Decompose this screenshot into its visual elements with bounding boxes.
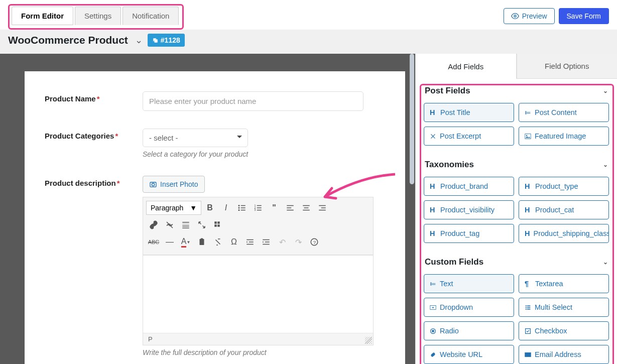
field-website-url[interactable]: Website URL [424,345,514,364]
tab-form-editor[interactable]: Form Editor [12,7,73,25]
align-center-button[interactable] [299,200,314,215]
product-name-label: Product Name* [45,91,143,111]
custom-fields-section[interactable]: Custom Fields⌄ [416,250,617,272]
svg-rect-48 [527,305,531,306]
svg-rect-39 [263,239,270,240]
svg-text:?: ? [313,239,316,245]
product-categories-select[interactable]: - select - [143,129,248,147]
svg-rect-31 [217,221,220,224]
clear-formatting-button[interactable] [210,234,225,250]
help-button[interactable]: ? [307,234,322,250]
product-name-input[interactable] [143,91,363,111]
toolbar-toggle-button[interactable] [210,217,225,232]
undo-button[interactable]: ↶ [275,234,290,250]
numbered-list-button[interactable]: 123 [251,200,266,215]
field-product-tag[interactable]: HProduct_tag [424,224,514,243]
product-description-label: Product description* [45,176,143,356]
copy-icon [152,37,159,44]
form-title: WooCommerce Product [8,34,128,46]
field-post-excerpt[interactable]: Post Excerpt [424,127,514,146]
field-dropdown[interactable]: Dropdown [424,298,514,317]
insert-more-button[interactable] [178,217,193,232]
taxonomies-section[interactable]: Taxonomies⌄ [416,153,617,175]
bullet-list-button[interactable] [234,200,250,215]
field-post-content[interactable]: Post Content [519,103,609,122]
field-textarea[interactable]: ¶Textarea [519,274,609,293]
svg-rect-7 [241,207,245,208]
form-id-badge[interactable]: #1128 [148,34,185,47]
horizontal-rule-button[interactable]: — [162,234,177,250]
field-multi-select[interactable]: Multi Select [519,298,609,317]
link-button[interactable] [146,217,161,232]
svg-rect-16 [287,205,294,206]
post-fields-section[interactable]: Post Fields⌄ [416,79,617,101]
form-header: WooCommerce Product ⌄ #1128 [0,30,617,54]
svg-rect-41 [263,244,270,245]
special-char-button[interactable]: Ω [226,234,241,250]
resize-handle[interactable] [365,337,372,344]
field-options-tab[interactable]: Field Options [517,54,618,79]
unlink-button[interactable] [162,217,177,232]
text-color-button[interactable]: A ▼ [178,234,193,250]
blockquote-button[interactable]: " [267,200,282,215]
svg-rect-35 [201,238,203,240]
rich-text-editor: Paragraph ▼ B I 123 " [143,197,374,345]
svg-rect-17 [287,207,291,208]
svg-rect-13 [257,207,262,208]
svg-rect-18 [287,210,294,211]
field-product-cat[interactable]: HProduct_cat [519,200,609,219]
tab-notification[interactable]: Notification [122,7,179,25]
field-featured-image[interactable]: Featured Image [519,127,609,146]
redo-button[interactable]: ↷ [291,234,306,250]
svg-rect-23 [321,207,326,208]
field-text[interactable]: Text [424,274,514,293]
form-canvas-area: Product Name* Product Categories* - sele… [0,54,415,364]
align-right-button[interactable] [315,200,330,215]
fullscreen-button[interactable] [194,217,209,232]
outdent-button[interactable] [242,234,258,250]
chevron-down-icon[interactable]: ⌄ [135,35,143,46]
fields-sidebar: Add Fields Field Options Post Fields⌄ HP… [415,54,617,364]
svg-point-8 [238,209,240,211]
svg-rect-15 [257,210,262,211]
italic-button[interactable]: I [218,200,233,215]
tab-settings[interactable]: Settings [75,7,121,25]
svg-rect-40 [265,241,270,242]
field-post-title[interactable]: HPost Title [424,103,514,122]
svg-point-6 [238,207,240,209]
align-left-button[interactable] [283,200,298,215]
indent-button[interactable] [259,234,274,250]
paste-text-button[interactable] [194,234,209,250]
field-product-visibility[interactable]: HProduct_visibility [424,200,514,219]
field-email-address[interactable]: Email Address [519,345,609,364]
svg-rect-52 [527,308,531,309]
bold-button[interactable]: B [202,200,217,215]
eye-icon [511,12,519,20]
category-help-text: Select a category for your product [143,150,363,158]
field-product-type[interactable]: HProduct_type [519,177,609,196]
svg-rect-47 [526,305,527,306]
field-product-brand[interactable]: HProduct_brand [424,177,514,196]
svg-point-3 [152,183,154,186]
svg-point-4 [238,205,240,206]
paragraph-select[interactable]: Paragraph ▼ [146,201,201,215]
svg-rect-49 [526,307,527,308]
insert-photo-button[interactable]: Insert Photo [143,176,205,193]
field-radio[interactable]: Radio [424,321,514,340]
camera-icon [149,180,157,188]
preview-button[interactable]: Preview [504,8,555,24]
save-form-button[interactable]: Save Form [559,8,609,24]
svg-rect-26 [182,222,189,223]
strikethrough-button[interactable]: ABC [146,234,161,250]
editor-content-area[interactable] [143,255,373,333]
svg-rect-34 [200,239,204,245]
product-categories-label: Product Categories* [45,129,143,158]
svg-rect-36 [246,239,254,240]
scrollbar[interactable] [410,54,414,184]
svg-rect-5 [241,205,245,206]
editor-status-bar: P [143,333,373,345]
svg-point-54 [432,330,434,332]
field-checkbox[interactable]: Checkbox [519,321,609,340]
field-product-shipping-class[interactable]: HProduct_shipping_class [519,224,609,243]
add-fields-tab[interactable]: Add Fields [416,54,517,79]
